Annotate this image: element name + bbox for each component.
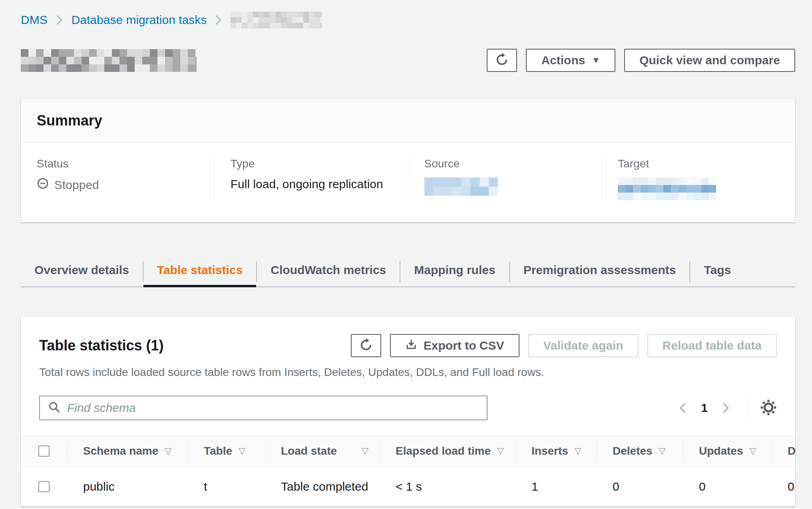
previous-page-button[interactable] <box>675 398 691 418</box>
schema-search <box>39 396 488 420</box>
column-label: Elapsed load time <box>396 445 491 457</box>
tab-overview-details[interactable]: Overview details <box>21 257 143 286</box>
table-statistics-header: Table statistics (1) Export to CSV Valid… <box>21 334 795 357</box>
status-text: Stopped <box>54 178 99 192</box>
stopped-status-icon <box>37 177 49 192</box>
reload-table-data-button[interactable]: Reload table data <box>647 334 777 357</box>
refresh-button[interactable] <box>487 49 517 72</box>
refresh-icon <box>359 338 373 354</box>
target-label: Target <box>618 157 779 170</box>
validate-again-label: Validate again <box>543 339 623 352</box>
type-label: Type <box>231 157 392 170</box>
reload-table-data-label: Reload table data <box>663 339 762 352</box>
cell-schema-name: public <box>67 467 188 507</box>
sort-icon: ▽ <box>497 446 504 456</box>
row-checkbox[interactable] <box>38 481 50 492</box>
redacted-target-endpoint-link[interactable] <box>618 177 716 200</box>
gear-icon <box>760 399 777 417</box>
caret-down-icon: ▼ <box>591 56 600 65</box>
cell-load-state: Table completed <box>265 467 380 507</box>
table-toolbar: 1 <box>21 396 795 420</box>
table-refresh-button[interactable] <box>351 334 381 357</box>
chevron-right-icon <box>56 14 63 26</box>
redacted-breadcrumb-task-name <box>231 12 322 28</box>
next-page-button[interactable] <box>718 398 733 418</box>
source-label: Source <box>424 157 586 170</box>
column-header-updates[interactable]: Updates ▽ <box>683 436 772 466</box>
column-label: Table <box>204 445 232 457</box>
table-settings-button[interactable] <box>760 399 777 417</box>
actions-button-label: Actions <box>541 54 585 67</box>
tab-tags[interactable]: Tags <box>690 257 744 286</box>
breadcrumb-link-tasks[interactable]: Database migration tasks <box>72 13 207 27</box>
table-header-row: Schema name ▽ Table ▽ Load state ▽ Elaps… <box>21 435 795 467</box>
sort-icon: ▽ <box>362 446 368 456</box>
summary-field-type: Type Full load, ongoing replication <box>214 157 408 200</box>
status-label: Status <box>37 157 198 170</box>
redacted-page-title <box>21 49 197 72</box>
chevron-right-icon <box>215 14 222 26</box>
status-value: Stopped <box>37 177 198 192</box>
summary-field-status: Status Stopped <box>21 157 214 200</box>
type-value: Full load, ongoing replication <box>231 177 392 191</box>
column-header-schema-name[interactable]: Schema name ▽ <box>67 436 188 466</box>
search-input[interactable] <box>67 401 479 415</box>
row-select-cell <box>21 467 67 507</box>
column-label: DDLs <box>788 445 795 457</box>
sort-icon: ▽ <box>659 446 666 456</box>
column-header-elapsed-load-time[interactable]: Elapsed load time ▽ <box>380 436 515 466</box>
table-statistics-title: Table statistics (1) <box>39 337 163 354</box>
refresh-icon <box>495 52 509 69</box>
column-header-inserts[interactable]: Inserts ▽ <box>515 436 597 466</box>
cell-deletes: 0 <box>597 467 683 507</box>
sort-icon: ▽ <box>239 446 245 456</box>
column-header-table[interactable]: Table ▽ <box>188 436 265 466</box>
download-icon <box>405 338 417 353</box>
validate-again-button[interactable]: Validate again <box>528 334 639 357</box>
search-icon <box>48 401 61 415</box>
column-header-ddls[interactable]: DDLs ▽ <box>772 436 795 466</box>
tab-mapping-rules[interactable]: Mapping rules <box>400 257 509 286</box>
cell-table: t <box>188 467 265 507</box>
tab-cloudwatch-metrics[interactable]: CloudWatch metrics <box>257 257 400 286</box>
quick-view-compare-button[interactable]: Quick view and compare <box>624 49 795 72</box>
column-header-deletes[interactable]: Deletes ▽ <box>597 436 683 466</box>
column-label: Load state <box>281 445 337 457</box>
quick-view-label: Quick view and compare <box>639 54 780 67</box>
column-label: Deletes <box>613 445 653 457</box>
summary-card: Summary Status Stopped Type Full load, o… <box>21 98 795 223</box>
sort-icon: ▽ <box>749 446 756 456</box>
detail-tabs: Overview details Table statistics CloudW… <box>21 257 795 287</box>
page: DMS Database migration tasks Actions ▼ Q… <box>0 0 812 507</box>
breadcrumb-link-dms[interactable]: DMS <box>21 13 48 27</box>
cell-ddls: 0 <box>772 467 795 507</box>
column-header-load-state[interactable]: Load state ▽ <box>265 436 380 466</box>
cell-elapsed-load-time: < 1 s <box>380 467 515 507</box>
table-statistics-card: Table statistics (1) Export to CSV Valid… <box>21 317 795 507</box>
current-page-number[interactable]: 1 <box>701 401 708 415</box>
header-actions: Actions ▼ Quick view and compare <box>487 49 795 72</box>
column-label: Schema name <box>83 445 158 457</box>
tab-premigration-assessments[interactable]: Premigration assessments <box>510 257 690 286</box>
cell-inserts: 1 <box>515 467 597 507</box>
select-all-checkbox[interactable] <box>38 445 50 457</box>
summary-field-target: Target <box>601 157 795 200</box>
export-csv-label: Export to CSV <box>424 339 504 352</box>
page-header: Actions ▼ Quick view and compare <box>21 48 795 73</box>
column-label: Inserts <box>531 445 568 457</box>
redacted-source-endpoint-link[interactable] <box>424 177 498 196</box>
tab-table-statistics[interactable]: Table statistics <box>143 257 257 286</box>
table-statistics-actions: Export to CSV Validate again Reload tabl… <box>351 334 777 357</box>
cell-updates: 0 <box>683 467 772 507</box>
sort-icon: ▽ <box>575 446 581 456</box>
sort-icon: ▽ <box>165 446 171 456</box>
breadcrumb: DMS Database migration tasks <box>21 11 795 29</box>
pagination: 1 <box>675 396 777 420</box>
actions-button[interactable]: Actions ▼ <box>526 49 615 72</box>
summary-card-body: Status Stopped Type Full load, ongoing r… <box>21 143 795 223</box>
export-csv-button[interactable]: Export to CSV <box>390 334 519 357</box>
summary-title: Summary <box>37 112 779 129</box>
summary-field-source: Source <box>408 157 602 200</box>
table-statistics-description: Total rows include loaded source table r… <box>21 366 795 379</box>
column-label: Updates <box>699 445 743 457</box>
